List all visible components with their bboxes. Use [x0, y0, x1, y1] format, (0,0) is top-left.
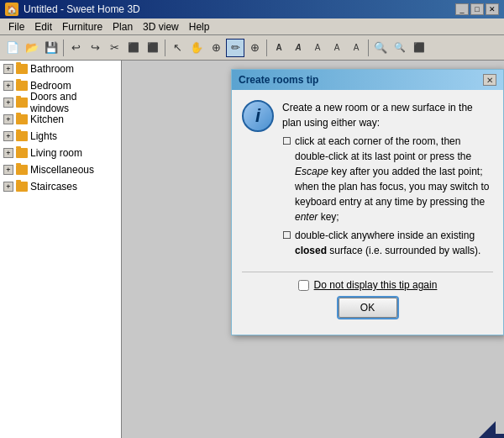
- sidebar-item-doors[interactable]: + Doors and windows: [0, 94, 121, 111]
- menu-bar: File Edit Furniture Plan 3D view Help: [0, 18, 504, 35]
- folder-icon: [16, 81, 28, 91]
- separator-4: [368, 40, 369, 56]
- svg-marker-0: [462, 421, 504, 438]
- pan-tool[interactable]: ✋: [187, 39, 206, 57]
- furniture-sidebar: + Bathroom + Bedroom + Doors and windows…: [0, 61, 122, 438]
- new-button[interactable]: 📄: [3, 39, 22, 57]
- dialog-overlay: Create rooms tip ✕ i Create a new room o…: [122, 61, 504, 438]
- app-icon: 🏠: [5, 3, 18, 16]
- main-area: + Bathroom + Bedroom + Doors and windows…: [0, 61, 504, 438]
- sidebar-item-label: Lights: [30, 130, 57, 142]
- menu-help[interactable]: Help: [184, 20, 215, 34]
- menu-edit[interactable]: Edit: [29, 20, 57, 34]
- paste-button[interactable]: ⬛: [144, 39, 162, 57]
- expand-icon: +: [3, 148, 13, 158]
- folder-icon: [16, 148, 28, 158]
- expand-icon: +: [3, 182, 13, 192]
- sidebar-item-label: Living room: [30, 147, 82, 159]
- option1: ☐ click at each corner of the room, then…: [282, 134, 493, 224]
- text-tool-1[interactable]: A: [270, 39, 288, 57]
- menu-3dview[interactable]: 3D view: [138, 20, 184, 34]
- separator-2: [165, 40, 165, 56]
- dialog-title-bar: Create rooms tip ✕: [232, 70, 503, 90]
- window-controls: _ □ ✕: [455, 3, 499, 15]
- open-button[interactable]: 📂: [23, 39, 41, 57]
- title-bar: 🏠 Untitled - Sweet Home 3D _ □ ✕: [0, 0, 504, 18]
- text-tool-4[interactable]: A: [328, 39, 346, 57]
- folder-icon: [16, 98, 28, 108]
- add-point-tool[interactable]: ⊕: [245, 39, 264, 57]
- option2-text: double-click anywhere inside an existing…: [295, 228, 493, 258]
- text-tool-5[interactable]: A: [347, 39, 365, 57]
- dialog-content-area: i Create a new room or a new surface in …: [242, 100, 493, 261]
- sidebar-item-staircases[interactable]: + Staircases: [0, 178, 121, 195]
- zoom-tool[interactable]: ⊕: [207, 39, 225, 57]
- expand-icon: +: [3, 131, 13, 141]
- separator-1: [63, 40, 64, 56]
- close-button[interactable]: ✕: [486, 3, 499, 15]
- dont-show-checkbox[interactable]: [298, 280, 309, 291]
- checkbox-bullet-1: ☐: [282, 134, 291, 149]
- copy-button[interactable]: ⬛: [124, 39, 143, 57]
- dialog-title: Create rooms tip: [239, 74, 318, 86]
- intro-text: Create a new room or a new surface in th…: [282, 100, 493, 130]
- menu-file[interactable]: File: [3, 20, 29, 34]
- sidebar-item-label: Bathroom: [30, 63, 74, 75]
- dialog-body: i Create a new room or a new surface in …: [232, 90, 503, 335]
- redo-button[interactable]: ↪: [86, 39, 104, 57]
- folder-icon: [16, 182, 28, 192]
- window-title: Untitled - Sweet Home 3D: [24, 3, 455, 15]
- photo-button[interactable]: ⬛: [410, 39, 428, 57]
- expand-icon: +: [3, 114, 13, 124]
- arrow-svg: [462, 421, 504, 438]
- text-tool-2[interactable]: A: [289, 39, 307, 57]
- maximize-button[interactable]: □: [470, 3, 484, 15]
- expand-icon: +: [3, 165, 13, 175]
- dont-show-row: Do not display this tip again: [298, 279, 438, 291]
- text-tool-3[interactable]: A: [308, 39, 327, 57]
- create-rooms-dialog: Create rooms tip ✕ i Create a new room o…: [231, 69, 504, 335]
- save-button[interactable]: 💾: [42, 39, 60, 57]
- menu-furniture[interactable]: Furniture: [57, 20, 108, 34]
- plan-area[interactable]: Create rooms tip ✕ i Create a new room o…: [122, 61, 504, 438]
- dialog-message: Create a new room or a new surface in th…: [282, 100, 493, 261]
- zoom-out-button[interactable]: 🔍: [391, 39, 409, 57]
- sidebar-item-label: Doors and windows: [30, 91, 118, 114]
- escape-key-label: Escape: [295, 166, 328, 177]
- draw-room-tool[interactable]: ✏: [226, 39, 244, 57]
- expand-icon: +: [3, 64, 13, 74]
- dont-show-label: Do not display this tip again: [314, 279, 438, 291]
- sidebar-item-misc[interactable]: + Miscellaneous: [0, 161, 121, 178]
- menu-plan[interactable]: Plan: [108, 20, 138, 34]
- folder-icon: [16, 131, 28, 141]
- option1-text: click at each corner of the room, then d…: [295, 134, 493, 224]
- toolbar: 📄 📂 💾 ↩ ↪ ✂ ⬛ ⬛ ↖ ✋ ⊕ ✏ ⊕ A A A A A 🔍 🔍 …: [0, 35, 504, 61]
- expand-icon: +: [3, 98, 13, 108]
- ok-button[interactable]: OK: [339, 298, 397, 318]
- folder-icon: [16, 64, 28, 74]
- expand-icon: +: [3, 81, 13, 91]
- select-tool[interactable]: ↖: [168, 39, 186, 57]
- sidebar-item-living[interactable]: + Living room: [0, 145, 121, 161]
- separator-3: [266, 40, 267, 56]
- zoom-in-button[interactable]: 🔍: [371, 39, 390, 57]
- dialog-close-button[interactable]: ✕: [483, 74, 496, 86]
- enter-key-label: enter: [295, 211, 318, 223]
- folder-icon: [16, 114, 28, 124]
- minimize-button[interactable]: _: [455, 3, 469, 15]
- sidebar-item-bathroom[interactable]: + Bathroom: [0, 61, 121, 77]
- folder-icon: [16, 165, 28, 175]
- info-icon: i: [242, 100, 274, 132]
- undo-button[interactable]: ↩: [66, 39, 85, 57]
- sidebar-item-lights[interactable]: + Lights: [0, 128, 121, 145]
- sidebar-item-label: Kitchen: [30, 113, 64, 125]
- sidebar-item-label: Bedroom: [30, 80, 71, 92]
- cut-button[interactable]: ✂: [105, 39, 123, 57]
- dialog-footer: Do not display this tip again OK: [242, 272, 493, 325]
- sidebar-item-label: Staircases: [30, 181, 77, 193]
- sidebar-item-label: Miscellaneous: [30, 164, 94, 176]
- option2: ☐ double-click anywhere inside an existi…: [282, 228, 493, 258]
- checkbox-bullet-2: ☐: [282, 228, 291, 243]
- closed-keyword: closed: [295, 245, 327, 256]
